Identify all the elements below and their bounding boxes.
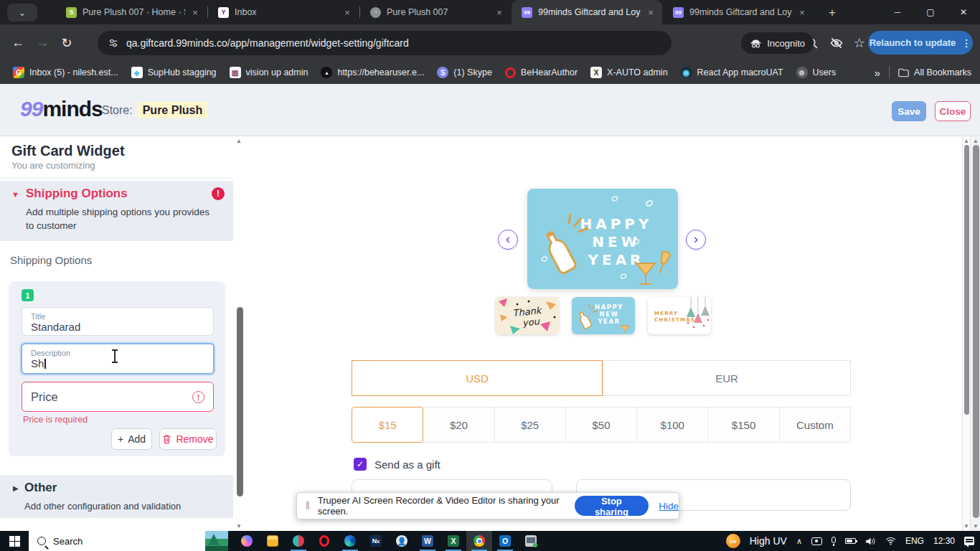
hidden-icons-chevron[interactable]: ∧ bbox=[796, 537, 802, 546]
bookmark-users[interactable]: ◍ Users bbox=[796, 67, 837, 78]
carousel-next-button[interactable]: › bbox=[686, 230, 706, 250]
taskbar-opera-icon[interactable] bbox=[311, 531, 337, 551]
site-settings-icon[interactable] bbox=[108, 37, 119, 49]
taskbar-user-account-icon[interactable]: 👤 bbox=[389, 531, 415, 551]
scroll-down-icon[interactable]: ▼ bbox=[973, 523, 979, 529]
forward-icon[interactable]: → bbox=[30, 35, 55, 50]
start-button[interactable] bbox=[0, 531, 29, 551]
taskbar-search-box[interactable]: Search bbox=[29, 531, 205, 551]
add-option-button[interactable]: + Add bbox=[111, 428, 152, 450]
page-scrollbar[interactable]: ▲ ▼ bbox=[970, 136, 980, 531]
volume-icon[interactable] bbox=[865, 537, 876, 546]
microphone-icon[interactable] bbox=[831, 537, 836, 543]
scroll-up-icon[interactable]: ▲ bbox=[973, 138, 979, 144]
thumbnail-newyear[interactable]: HAPPY NEW YEAR bbox=[572, 297, 635, 334]
close-icon[interactable]: × bbox=[645, 6, 656, 18]
bookmark-xauto[interactable]: X X-AUTO admin bbox=[590, 67, 668, 78]
shipping-options-section-header[interactable]: ▼ Shipping Options ! Add multiple shippi… bbox=[0, 181, 233, 241]
carousel-prev-button[interactable]: ‹ bbox=[498, 230, 518, 250]
tab-inbox[interactable]: Y Inbox × bbox=[208, 0, 359, 24]
drag-handle-icon[interactable]: ‖ bbox=[306, 500, 311, 512]
caret-down-icon[interactable]: ▼ bbox=[11, 190, 19, 199]
taskbar-word-icon[interactable]: W bbox=[415, 531, 440, 551]
sidebar-scrollbar[interactable]: ▲ ▼ bbox=[235, 136, 245, 531]
maximize-button[interactable]: ▢ bbox=[914, 0, 947, 24]
wifi-icon[interactable] bbox=[885, 537, 896, 545]
tab-pure-plush[interactable]: ◔ Pure Plush 007 × bbox=[360, 0, 511, 24]
clock[interactable]: 12:30 bbox=[933, 536, 955, 546]
thumbnail-thankyou[interactable]: Thank you bbox=[496, 297, 559, 334]
scroll-up-icon[interactable]: ▲ bbox=[963, 138, 969, 144]
tab-search-button[interactable]: ⌄ bbox=[7, 4, 37, 22]
amount-button-25[interactable]: $25 bbox=[494, 407, 566, 443]
bookmark-suphub[interactable]: ◆ SupHub stagging bbox=[131, 67, 217, 78]
search-highlight-image[interactable] bbox=[205, 531, 228, 551]
amount-button-100[interactable]: $100 bbox=[636, 407, 708, 443]
caret-right-icon[interactable]: ▶ bbox=[13, 484, 19, 492]
preview-hidden-eye-icon[interactable] bbox=[829, 36, 844, 50]
taskbar-nx-icon[interactable]: Nx bbox=[363, 531, 389, 551]
taskbar-remote-desktop-icon[interactable] bbox=[518, 531, 544, 551]
content-scrollbar-thumb[interactable] bbox=[964, 145, 969, 415]
new-tab-button[interactable]: + bbox=[824, 4, 841, 22]
taskbar-excel-icon[interactable]: X bbox=[440, 531, 466, 551]
tab-99minds-active[interactable]: 99 99minds Giftcard and Loyalt × bbox=[512, 0, 662, 24]
notification-center-icon[interactable] bbox=[964, 537, 974, 545]
taskbar-edge-icon[interactable] bbox=[337, 531, 363, 551]
thumbnail-christmas[interactable]: MERRY CHRISTMAS bbox=[648, 297, 711, 334]
close-icon[interactable]: × bbox=[189, 6, 201, 18]
save-button[interactable]: Save bbox=[892, 101, 926, 121]
language-indicator[interactable]: ENG bbox=[905, 536, 924, 546]
bookmark-behearauthor[interactable]: BeHearAuthor bbox=[505, 67, 578, 78]
screen-record-icon[interactable] bbox=[811, 537, 822, 545]
browser-menu-icon[interactable]: ⋮ bbox=[961, 37, 971, 49]
amount-button-custom[interactable]: Custom bbox=[779, 407, 851, 443]
battery-icon[interactable] bbox=[845, 538, 856, 544]
bookmark-visionup[interactable]: ▨ vision up admin bbox=[230, 67, 308, 78]
relaunch-to-update-button[interactable]: Relaunch to update ⋮ bbox=[868, 31, 973, 55]
taskbar-clipchamp-icon[interactable] bbox=[286, 531, 311, 551]
currency-tab-usd[interactable]: USD bbox=[352, 360, 603, 396]
tab-pure-plush-home[interactable]: S Pure Plush 007 · Home · Sho × bbox=[56, 0, 207, 24]
taskbar-outlook-icon[interactable]: O bbox=[492, 531, 518, 551]
taskbar-chrome-icon[interactable] bbox=[466, 531, 492, 551]
page-scrollbar-thumb[interactable] bbox=[973, 145, 979, 518]
scroll-up-icon[interactable]: ▲ bbox=[236, 138, 242, 144]
back-icon[interactable]: ← bbox=[6, 35, 30, 50]
window-close-button[interactable]: ✕ bbox=[947, 0, 980, 24]
hide-link[interactable]: Hide bbox=[659, 501, 679, 512]
taskbar-file-explorer-icon[interactable] bbox=[260, 531, 286, 551]
send-as-gift-checkbox[interactable]: ✓ bbox=[354, 458, 367, 471]
scroll-down-icon[interactable]: ▼ bbox=[963, 523, 969, 529]
scroll-down-icon[interactable]: ▼ bbox=[236, 523, 242, 529]
bookmark-skype[interactable]: S (1) Skype bbox=[437, 67, 492, 78]
close-icon[interactable]: × bbox=[494, 6, 505, 18]
bookmark-inbox[interactable]: G Inbox (5) - nilesh.est... bbox=[13, 67, 118, 78]
uv-index-icon[interactable]: uv bbox=[726, 534, 740, 548]
bookmark-star-icon[interactable]: ☆ bbox=[854, 35, 865, 51]
bookmark-behearuser[interactable]: ▲ https://behearuser.e... bbox=[321, 67, 424, 78]
close-icon[interactable]: × bbox=[341, 6, 353, 18]
amount-button-50[interactable]: $50 bbox=[565, 407, 637, 443]
content-scrollbar[interactable]: ▲ ▼ bbox=[962, 136, 970, 531]
tab-99minds[interactable]: 99 99minds Giftcard and Loyalt × bbox=[663, 0, 814, 24]
other-section-header[interactable]: ▶ Other Add other configuration and vali… bbox=[0, 475, 233, 518]
bookmarks-overflow-icon[interactable]: » bbox=[875, 67, 880, 79]
address-bar[interactable]: qa.giftcard.99minds.co/app/management/wi… bbox=[98, 31, 672, 55]
price-field[interactable]: Price ! bbox=[22, 382, 214, 412]
amount-button-20[interactable]: $20 bbox=[423, 407, 494, 443]
currency-tab-eur[interactable]: EUR bbox=[603, 360, 851, 396]
close-icon[interactable]: × bbox=[796, 6, 808, 18]
remove-option-button[interactable]: Remove bbox=[159, 428, 217, 450]
amount-button-15[interactable]: $15 bbox=[352, 407, 423, 443]
title-field[interactable]: Title Standarad bbox=[22, 307, 214, 336]
description-field[interactable]: Description Sh bbox=[21, 343, 215, 375]
bookmark-react-app[interactable]: ◉ React App macroUAT bbox=[681, 67, 783, 78]
all-bookmarks-button[interactable]: All Bookmarks bbox=[898, 67, 971, 77]
reload-icon[interactable]: ↻ bbox=[55, 35, 79, 51]
taskbar-copilot-icon[interactable] bbox=[234, 531, 260, 551]
close-button[interactable]: Close bbox=[935, 101, 971, 121]
minimize-button[interactable]: ─ bbox=[881, 0, 914, 24]
sidebar-scrollbar-thumb[interactable] bbox=[237, 307, 243, 496]
stop-sharing-button[interactable]: Stop sharing bbox=[575, 496, 649, 516]
